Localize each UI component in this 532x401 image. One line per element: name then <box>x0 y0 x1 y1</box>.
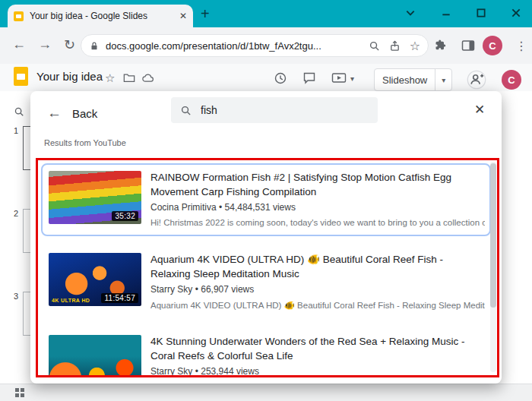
results-scrollbar-thumb[interactable] <box>490 163 496 308</box>
video-description: Aquarium 4K VIDEO (ULTRA HD) 🐠 Beautiful… <box>150 300 485 311</box>
star-document-icon[interactable]: ☆ <box>105 71 115 85</box>
forward-nav-icon[interactable]: → <box>38 36 52 52</box>
back-button[interactable]: ← Back <box>47 105 97 122</box>
insert-video-dialog: ← Back ✕ Results from YouTube 35:32 RAIN… <box>30 91 502 384</box>
slides-profile-avatar[interactable]: C <box>502 70 521 90</box>
new-tab-button[interactable]: + <box>201 5 210 23</box>
lock-icon <box>89 40 100 52</box>
video-description: Hi! Christmas 2022 is coming soon, today… <box>150 218 485 227</box>
extensions-puzzle-icon[interactable] <box>435 39 448 52</box>
filmstrip-number-3: 3 <box>14 292 18 301</box>
video-result-1[interactable]: 35:32 RAINBOW Formation Fish #2 | Satisf… <box>41 163 491 236</box>
bookmark-star-icon[interactable]: ☆ <box>410 39 420 53</box>
video-thumbnail-2: 4K ULTRA HD 11:54:57 <box>49 253 141 306</box>
address-bar[interactable]: docs.google.com/presentation/d/1btw_fAvx… <box>81 34 429 57</box>
present-caret-icon[interactable]: ▾ <box>350 74 354 83</box>
video-result-3[interactable]: 4K Stunning Underwater Wonders of the Re… <box>41 327 491 377</box>
share-person-add-icon[interactable] <box>467 70 486 90</box>
video-result-2[interactable]: 4K ULTRA HD 11:54:57 Aquarium 4K VIDEO (… <box>41 245 491 318</box>
slideshow-caret-icon[interactable]: ▾ <box>435 76 451 84</box>
tab-title: Your big idea - Google Slides <box>30 11 166 21</box>
close-window-button[interactable] <box>511 8 523 20</box>
slideshow-label: Slideshow <box>375 74 435 86</box>
cloud-status-icon[interactable] <box>141 73 154 83</box>
search-input[interactable] <box>199 103 354 117</box>
results-caption: Results from YouTube <box>44 138 126 147</box>
browser-tab[interactable]: Your big idea - Google Slides ✕ <box>8 5 193 27</box>
present-camera-icon[interactable] <box>331 72 347 84</box>
video-byline: Cocina Primitiva • 54,484,531 views <box>150 202 485 213</box>
grid-view-icon[interactable] <box>15 388 24 397</box>
url-text: docs.google.com/presentation/d/1btw_fAvx… <box>106 40 359 52</box>
filmstrip-number-1: 1 <box>14 126 18 135</box>
browser-window: Your big idea - Google Slides ✕ + ← → ↻ … <box>0 0 532 401</box>
version-history-icon[interactable] <box>274 71 287 85</box>
annotation-highlight: 35:32 RAINBOW Formation Fish #2 | Satisf… <box>36 158 499 377</box>
back-label: Back <box>72 107 97 120</box>
share-icon[interactable] <box>389 40 401 52</box>
filmstrip-number-2: 2 <box>14 209 18 218</box>
back-arrow-icon: ← <box>47 105 62 122</box>
slides-favicon-icon <box>14 11 24 21</box>
zoom-magnifier-icon[interactable] <box>369 40 380 52</box>
browser-menu-kebab-icon[interactable]: ⋮ <box>515 39 527 53</box>
document-title[interactable]: Your big idea <box>36 70 103 83</box>
slideshow-button[interactable]: Slideshow ▾ <box>374 68 452 91</box>
video-byline: Starry Sky • 66,907 views <box>150 284 485 295</box>
maximize-button[interactable] <box>476 8 488 20</box>
back-nav-icon[interactable]: ← <box>12 36 26 52</box>
tab-close-icon[interactable]: ✕ <box>179 11 187 21</box>
slides-logo-icon[interactable] <box>14 67 28 86</box>
side-panel-icon[interactable] <box>461 39 475 52</box>
slides-bottom-bar <box>0 384 532 401</box>
tab-search-chevron-icon[interactable] <box>405 8 417 20</box>
video-thumbnail-3 <box>49 335 141 377</box>
reload-icon[interactable]: ↻ <box>64 36 75 53</box>
browser-profile-avatar[interactable]: C <box>483 36 502 55</box>
video-title: Aquarium 4K VIDEO (ULTRA HD) 🐠 Beautiful… <box>150 252 485 281</box>
dialog-close-icon[interactable]: ✕ <box>474 102 485 118</box>
comments-icon[interactable] <box>302 71 316 85</box>
video-thumbnail-1: 35:32 <box>49 171 141 224</box>
video-byline: Starry Sky • 253,944 views <box>150 366 485 377</box>
video-search-field[interactable] <box>171 97 378 123</box>
video-duration-badge: 35:32 <box>112 211 138 221</box>
thumbnail-logo-text: 4K ULTRA HD <box>52 298 90 303</box>
move-folder-icon[interactable] <box>123 73 135 83</box>
video-title: RAINBOW Formation Fish #2 | Satisfying S… <box>150 170 485 199</box>
video-duration-badge: 11:54:57 <box>101 293 138 303</box>
results-scrollbar[interactable] <box>490 162 496 372</box>
minimize-button[interactable] <box>441 8 453 20</box>
browser-titlebar: Your big idea - Google Slides ✕ + <box>0 0 532 27</box>
search-magnifier-icon <box>180 105 192 116</box>
toolbar-magnifier-icon[interactable] <box>14 106 24 117</box>
video-title: 4K Stunning Underwater Wonders of the Re… <box>150 334 485 363</box>
